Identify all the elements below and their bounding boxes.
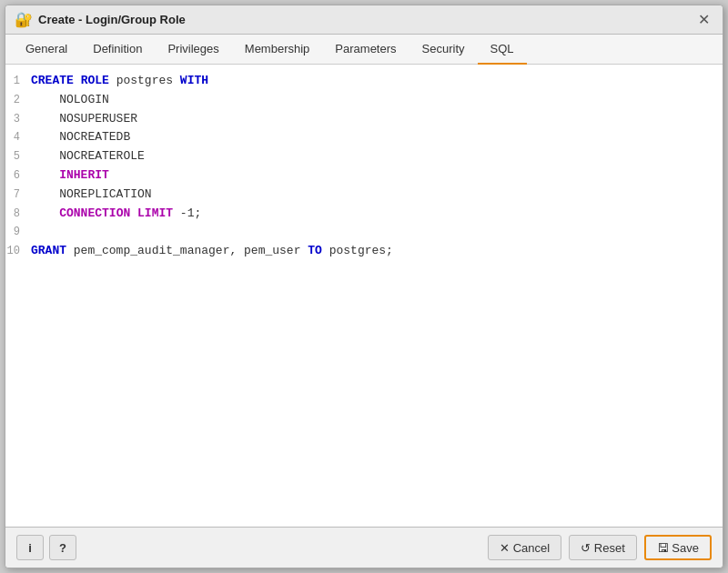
- code-line: 2 NOLOGIN: [5, 91, 723, 110]
- tab-general[interactable]: General: [13, 35, 80, 65]
- line-content: NOSUPERUSER: [31, 110, 715, 129]
- content-area: 1 CREATE ROLE postgres WITH 2 NOLOGIN 3 …: [5, 65, 723, 527]
- title-bar-left: 🔐 Create - Login/Group Role: [15, 11, 186, 28]
- code-line: 10 GRANT pem_comp_audit_manager, pem_use…: [5, 242, 723, 261]
- line-content: NOREPLICATION: [31, 186, 715, 205]
- dialog: 🔐 Create - Login/Group Role ✕ General De…: [5, 5, 723, 568]
- line-number: 2: [5, 92, 31, 109]
- line-number: 8: [5, 206, 31, 223]
- code-line: 9: [5, 223, 723, 242]
- line-content: CONNECTION LIMIT -1;: [31, 205, 715, 224]
- cancel-button[interactable]: ✕ Cancel: [488, 535, 561, 560]
- line-content: CREATE ROLE postgres WITH: [31, 72, 715, 91]
- dialog-icon: 🔐: [15, 11, 33, 28]
- footer: i ? ✕ Cancel ↺ Reset 🖫 Save: [5, 527, 723, 568]
- tab-parameters[interactable]: Parameters: [322, 35, 409, 65]
- close-button[interactable]: ✕: [694, 13, 713, 27]
- tab-privileges[interactable]: Privileges: [155, 35, 231, 65]
- title-bar: 🔐 Create - Login/Group Role ✕: [5, 5, 723, 35]
- line-content: NOLOGIN: [31, 91, 715, 110]
- line-number: 9: [5, 224, 31, 241]
- line-content: NOCREATEROLE: [31, 147, 715, 166]
- tab-membership[interactable]: Membership: [232, 35, 323, 65]
- code-line: 3 NOSUPERUSER: [5, 110, 723, 129]
- line-content: [31, 223, 715, 242]
- tab-definition[interactable]: Definition: [80, 35, 155, 65]
- line-content: NOCREATEDB: [31, 128, 715, 147]
- line-content: INHERIT: [31, 166, 715, 186]
- code-line: 4 NOCREATEDB: [5, 128, 723, 147]
- info-button[interactable]: i: [16, 535, 44, 560]
- line-number: 7: [5, 186, 31, 204]
- code-line: 1 CREATE ROLE postgres WITH: [5, 72, 723, 91]
- footer-left: i ?: [16, 535, 76, 560]
- line-number: 5: [5, 148, 31, 166]
- line-content: GRANT pem_comp_audit_manager, pem_user T…: [31, 242, 715, 261]
- help-button[interactable]: ?: [49, 535, 76, 560]
- tab-sql[interactable]: SQL: [478, 35, 527, 65]
- tab-security[interactable]: Security: [410, 35, 478, 65]
- code-line: 6 INHERIT: [5, 166, 723, 186]
- line-number: 4: [5, 129, 31, 146]
- code-line: 8 CONNECTION LIMIT -1;: [5, 205, 723, 224]
- reset-button[interactable]: ↺ Reset: [569, 535, 637, 560]
- dialog-title: Create - Login/Group Role: [38, 13, 186, 26]
- code-editor[interactable]: 1 CREATE ROLE postgres WITH 2 NOLOGIN 3 …: [5, 65, 723, 527]
- code-line: 5 NOCREATEROLE: [5, 147, 723, 166]
- footer-right: ✕ Cancel ↺ Reset 🖫 Save: [488, 535, 712, 560]
- code-line: 7 NOREPLICATION: [5, 186, 723, 205]
- line-number: 10: [5, 243, 31, 260]
- line-number: 1: [5, 73, 31, 90]
- tabs-bar: General Definition Privileges Membership…: [5, 35, 723, 65]
- save-button[interactable]: 🖫 Save: [644, 535, 712, 560]
- line-number: 6: [5, 167, 31, 185]
- line-number: 3: [5, 111, 31, 128]
